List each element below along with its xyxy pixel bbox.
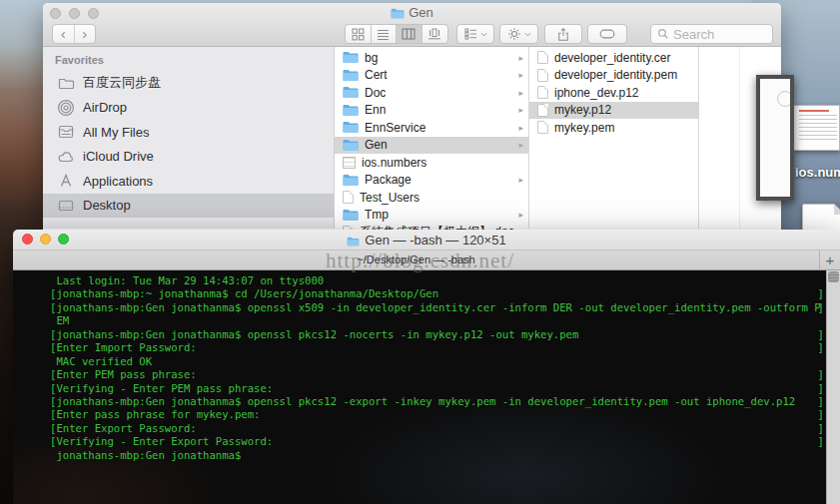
finder-toolbar: ‹› Search xyxy=(43,21,781,47)
sidebar-item-4[interactable]: Applications xyxy=(43,169,334,194)
folder-icon xyxy=(343,51,359,64)
file-row[interactable]: mykey.pem xyxy=(529,119,698,137)
file-row[interactable]: iphone_dev.p12 xyxy=(529,84,698,102)
terminal-mark: ] xyxy=(818,287,824,300)
terminal-mark: ] xyxy=(818,395,824,408)
terminal-line: [Enter PEM pass phrase:] xyxy=(50,368,824,381)
terminal-line: MAC verified OK xyxy=(50,355,824,368)
column-view-icon[interactable] xyxy=(397,24,422,44)
ios-numbers-label: ios.numb xyxy=(795,165,840,180)
grid-view-icon[interactable] xyxy=(346,24,372,44)
sidebar-item-2[interactable]: All My Files xyxy=(43,120,334,145)
search-input[interactable]: Search xyxy=(650,24,773,44)
scrollbar[interactable] xyxy=(826,270,840,504)
file-icon xyxy=(537,86,548,99)
terminal-mark: ] xyxy=(818,382,824,395)
sidebar-item-0[interactable]: 百度云同步盘 xyxy=(43,71,334,96)
folder-icon xyxy=(343,104,359,117)
arrange-button[interactable] xyxy=(456,24,494,44)
sidebar-item-label: All My Files xyxy=(83,125,149,140)
terminal-line-text: [jonathans-mbp:Gen jonathanma$ openssl p… xyxy=(50,328,578,340)
folder-icon xyxy=(343,209,359,222)
forward-icon[interactable]: › xyxy=(75,25,96,43)
share-button[interactable] xyxy=(544,24,582,44)
finder-column-gen: developer_identity.cerdeveloper_identity… xyxy=(529,47,699,229)
file-row[interactable]: bg▸ xyxy=(335,49,528,67)
terminal-line-text: jonathans-mbp:Gen jonathanma$ xyxy=(50,449,248,461)
terminal-line: [Verifying - Enter PEM pass phrase:] xyxy=(50,382,824,395)
folder-proxy-icon xyxy=(391,8,405,19)
disclosure-arrow-icon: ▸ xyxy=(518,88,523,98)
file-name: mykey.pem xyxy=(554,121,614,135)
applications-icon xyxy=(57,172,75,190)
file-row[interactable]: Test_Users xyxy=(335,189,528,207)
sidebar-item-label: iCloud Drive xyxy=(83,149,154,164)
terminal-line-text: [Enter Import Password: xyxy=(50,341,197,353)
finder-sidebar: Favorites 百度云同步盘AirDropAll My FilesiClou… xyxy=(43,47,335,229)
file-name: EnnService xyxy=(365,121,425,135)
terminal-mark: ] xyxy=(818,435,824,448)
view-switcher[interactable] xyxy=(345,24,448,44)
file-row[interactable]: EnnService▸ xyxy=(335,119,528,137)
new-tab-button[interactable]: + xyxy=(819,251,840,270)
back-icon[interactable]: ‹ xyxy=(53,25,74,43)
sidebar-item-label: 百度云同步盘 xyxy=(83,74,161,92)
coverflow-view-icon[interactable] xyxy=(422,24,447,44)
scrollbar-thumb[interactable] xyxy=(828,271,839,282)
terminal-line-text: [jonathans-mbp:Gen jonathanma$ openssl p… xyxy=(50,395,795,407)
file-row[interactable]: Tmp▸ xyxy=(335,207,528,225)
terminal-line: jonathans-mbp:Gen jonathanma$ xyxy=(50,449,824,462)
terminal-mark: ] xyxy=(818,408,824,421)
file-row[interactable]: Cert▸ xyxy=(335,67,528,85)
file-name: Doc xyxy=(365,86,386,100)
tag-icon xyxy=(598,28,616,40)
file-row[interactable]: Doc▸ xyxy=(335,84,528,102)
sidebar-item-5[interactable]: Desktop xyxy=(43,194,334,219)
folder-proxy-icon xyxy=(347,237,360,247)
ios-numbers-preview-icon[interactable] xyxy=(793,105,840,151)
file-name: iphone_dev.p12 xyxy=(554,86,639,100)
chevron-down-icon xyxy=(524,32,531,37)
terminal-mark: ] xyxy=(818,422,824,435)
disclosure-arrow-icon: ▸ xyxy=(518,210,523,220)
file-name: Tmp xyxy=(365,208,389,222)
folder-icon xyxy=(343,139,359,152)
sidebar-item-label: AirDrop xyxy=(83,100,127,115)
terminal-line: Last login: Tue Mar 29 14:43:07 on ttys0… xyxy=(50,274,824,287)
terminal-titlebar: Gen — -bash — 120×51 xyxy=(13,230,840,251)
terminal-content[interactable]: Last login: Tue Mar 29 14:43:07 on ttys0… xyxy=(13,270,840,504)
terminal-line-text: [jonathans-mbp:~ jonathanma$ cd /Users/j… xyxy=(50,287,438,299)
sidebar-item-3[interactable]: iCloud Drive xyxy=(43,145,334,170)
terminal-tabbar[interactable]: http://blog.csdn.net/ ~/Desktop/Gen — -b… xyxy=(13,251,840,270)
file-row[interactable]: ios.numbers xyxy=(335,154,528,172)
nav-buttons[interactable]: ‹› xyxy=(52,24,96,44)
file-name: ios.numbers xyxy=(362,156,426,170)
desktop-wallpaper: ios.numb Gen ‹› xyxy=(0,0,840,504)
file-row[interactable]: Gen▸ xyxy=(335,137,528,155)
tag-button[interactable] xyxy=(587,24,627,44)
file-name: Test_Users xyxy=(360,191,420,205)
page-title: Gen xyxy=(409,5,433,20)
file-row[interactable]: mykey.p12 xyxy=(529,102,698,120)
terminal-title: Gen — -bash — 120×51 xyxy=(13,233,840,248)
file-row[interactable]: Enn▸ xyxy=(335,102,528,120)
sidebar-item-1[interactable]: AirDrop xyxy=(43,96,334,121)
file-row[interactable]: developer_identity.cer xyxy=(529,49,698,67)
terminal-tab[interactable]: ~/Desktop/Gen — -bash xyxy=(13,253,819,265)
terminal-mark: ] xyxy=(818,341,824,354)
search-placeholder: Search xyxy=(673,27,714,42)
list-view-icon[interactable] xyxy=(372,24,398,44)
all-my-files-icon xyxy=(57,123,75,141)
file-row[interactable]: developer_identity.pem xyxy=(529,67,698,85)
chevron-down-icon xyxy=(480,32,487,37)
file-row[interactable]: Package▸ xyxy=(335,172,528,190)
file-name: Cert xyxy=(365,68,388,82)
file-icon xyxy=(537,51,548,64)
folder-icon xyxy=(343,86,359,99)
action-menu-button[interactable] xyxy=(499,24,538,44)
file-name: mykey.p12 xyxy=(554,103,611,117)
sidebar-item-label: Applications xyxy=(83,174,153,189)
file-icon xyxy=(537,121,548,134)
picture-frame-window xyxy=(756,75,794,201)
finder-window: Gen ‹› xyxy=(43,3,781,230)
